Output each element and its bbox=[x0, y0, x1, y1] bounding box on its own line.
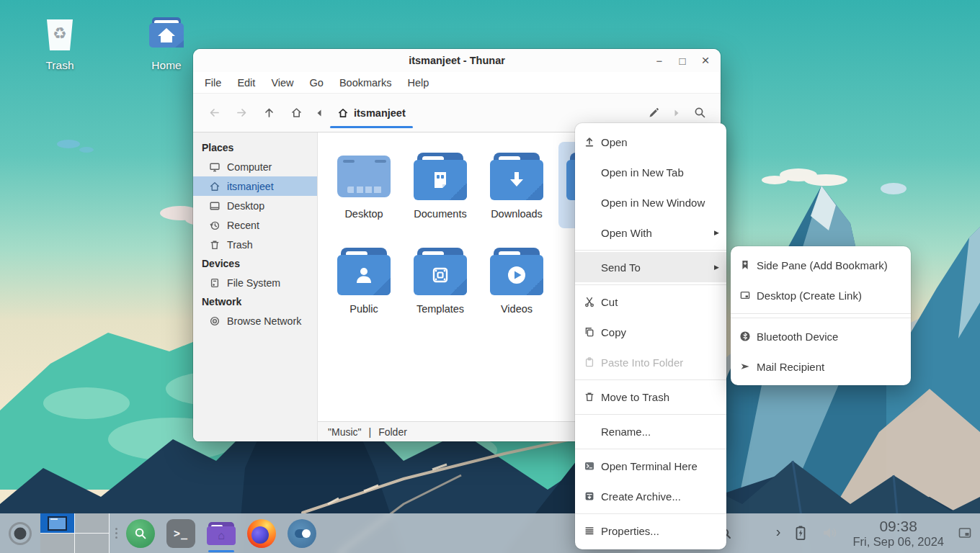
launcher-terminal[interactable]: >_ bbox=[165, 518, 197, 549]
sidebar-item-label: Desktop bbox=[227, 200, 264, 212]
context-item-create-archive[interactable]: Create Archive... bbox=[575, 481, 726, 511]
cut-icon bbox=[584, 296, 595, 307]
context-item-copy[interactable]: Copy bbox=[575, 317, 726, 347]
firefox-icon bbox=[247, 519, 276, 548]
bluetooth-icon bbox=[739, 331, 751, 342]
file-documents[interactable]: Documents bbox=[406, 142, 475, 228]
workspace-switcher[interactable] bbox=[40, 513, 110, 553]
desktop-icon-trash[interactable]: ♻ Trash bbox=[20, 16, 99, 72]
pathbar-current[interactable]: itsmanjeet bbox=[329, 94, 414, 132]
home-button-icon[interactable] bbox=[282, 94, 310, 132]
launcher-file-manager[interactable]: ⌂ bbox=[205, 518, 237, 549]
applications-menu-button[interactable] bbox=[9, 522, 32, 545]
file-desktop[interactable]: Desktop bbox=[329, 142, 398, 228]
panel-handle[interactable] bbox=[115, 528, 117, 539]
workspace-window-preview bbox=[48, 516, 67, 531]
clock[interactable]: 09:38 Fri, Sep 06, 2024 bbox=[852, 518, 944, 549]
volume-muted-icon[interactable] bbox=[821, 525, 838, 541]
launcher-app-finder[interactable] bbox=[125, 518, 156, 549]
back-icon[interactable] bbox=[200, 94, 228, 132]
desktop-icon-label: Trash bbox=[45, 59, 74, 72]
public-folder-icon bbox=[335, 243, 393, 300]
context-item-open-new-tab[interactable]: Open in New Tab bbox=[575, 157, 726, 187]
file-videos[interactable]: Videos bbox=[482, 237, 551, 323]
computer-icon bbox=[209, 161, 220, 173]
menu-edit[interactable]: Edit bbox=[237, 77, 255, 89]
sidebar-item-desktop[interactable]: Desktop bbox=[193, 196, 317, 215]
file-label: Desktop bbox=[344, 208, 383, 220]
minimize-button[interactable]: − bbox=[650, 51, 669, 70]
window-title: itsmanjeet - Thunar bbox=[409, 55, 505, 66]
up-icon[interactable] bbox=[255, 94, 282, 132]
file-templates[interactable]: Templates bbox=[406, 237, 475, 323]
trash-icon bbox=[584, 391, 595, 403]
menu-file[interactable]: File bbox=[205, 77, 221, 89]
sidebar-item-label: File System bbox=[227, 277, 280, 289]
context-item-send-to[interactable]: Send To ▶ bbox=[575, 252, 726, 282]
launcher-settings[interactable] bbox=[286, 518, 318, 549]
pathbar-scroll-left-icon[interactable] bbox=[310, 94, 329, 132]
menu-view[interactable]: View bbox=[271, 77, 293, 89]
context-item-properties[interactable]: Properties... bbox=[575, 516, 726, 546]
sidebar-item-itsmanjeet[interactable]: itsmanjeet bbox=[193, 176, 317, 196]
context-item-rename[interactable]: Rename... bbox=[575, 416, 726, 446]
context-item-cut[interactable]: Cut bbox=[575, 287, 726, 317]
submenu-arrow-icon: ▶ bbox=[714, 264, 719, 271]
app-finder-icon bbox=[126, 519, 155, 548]
videos-folder-icon bbox=[488, 243, 545, 300]
sidebar-item-file-system[interactable]: File System bbox=[193, 273, 317, 292]
file-downloads[interactable]: Downloads bbox=[482, 142, 551, 228]
copy-icon bbox=[584, 326, 595, 338]
trash-icon: ♻ bbox=[42, 16, 78, 53]
show-desktop-icon[interactable] bbox=[958, 527, 971, 539]
clock-time: 09:38 bbox=[852, 518, 944, 535]
context-item-open-with[interactable]: Open With ▶ bbox=[575, 217, 726, 248]
trash-icon bbox=[209, 239, 220, 251]
context-item-paste-into-folder[interactable]: Paste Into Folder bbox=[575, 347, 726, 377]
bookmark-icon bbox=[739, 259, 751, 271]
terminal-icon bbox=[584, 460, 595, 472]
workspace-2[interactable] bbox=[75, 513, 109, 533]
sidebar-item-browse-network[interactable]: Browse Network bbox=[193, 311, 317, 331]
submenu-item-side-pane[interactable]: Side Pane (Add Bookmark) bbox=[731, 250, 911, 280]
archive-icon bbox=[584, 490, 595, 502]
menu-bookmarks[interactable]: Bookmarks bbox=[339, 77, 392, 89]
context-item-open[interactable]: Open bbox=[575, 127, 726, 157]
sidebar-header-network: Network bbox=[193, 292, 317, 311]
file-label: Templates bbox=[416, 303, 464, 315]
context-item-open-terminal-here[interactable]: Open Terminal Here bbox=[575, 451, 726, 481]
submenu-item-mail-recipient[interactable]: Mail Recipient bbox=[731, 351, 911, 382]
sidebar-item-label: Trash bbox=[227, 239, 253, 251]
menu-help[interactable]: Help bbox=[407, 77, 429, 89]
workspace-3[interactable] bbox=[40, 534, 74, 553]
context-item-move-to-trash[interactable]: Move to Trash bbox=[575, 382, 726, 412]
sidebar-item-trash[interactable]: Trash bbox=[193, 235, 317, 254]
context-menu: Open Open in New Tab Open in New Window … bbox=[575, 123, 726, 549]
statusbar-selected-name: "Music" bbox=[328, 426, 362, 438]
menubar: File Edit View Go Bookmarks Help bbox=[193, 72, 721, 94]
workspace-1[interactable] bbox=[40, 513, 74, 533]
workspace-4[interactable] bbox=[75, 534, 109, 553]
forward-icon[interactable] bbox=[228, 94, 255, 132]
desktop-folder-icon bbox=[335, 148, 393, 205]
menu-go[interactable]: Go bbox=[310, 77, 324, 89]
terminal-app-icon: >_ bbox=[166, 519, 195, 548]
submenu-arrow-icon: ▶ bbox=[714, 229, 719, 236]
titlebar[interactable]: itsmanjeet - Thunar − □ × bbox=[193, 49, 721, 72]
tray-expander-icon[interactable]: › bbox=[776, 524, 781, 539]
file-label: Documents bbox=[414, 208, 466, 220]
maximize-button[interactable]: □ bbox=[673, 51, 692, 70]
sidebar-item-recent[interactable]: Recent bbox=[193, 215, 317, 235]
sidebar-item-computer[interactable]: Computer bbox=[193, 157, 317, 176]
close-button[interactable]: × bbox=[696, 51, 715, 70]
file-public[interactable]: Public bbox=[329, 237, 398, 323]
path-home-icon bbox=[337, 107, 349, 119]
submenu-item-bluetooth-device[interactable]: Bluetooth Device bbox=[731, 321, 911, 351]
file-label: Videos bbox=[501, 303, 533, 315]
submenu-item-desktop-create-link[interactable]: Desktop (Create Link) bbox=[731, 280, 911, 310]
taskbar: >_ ⌂ › 09:38 Fri, Sep 06, 2024 bbox=[0, 513, 980, 553]
file-label: Public bbox=[349, 303, 378, 315]
battery-icon[interactable] bbox=[795, 525, 806, 541]
launcher-firefox[interactable] bbox=[246, 518, 277, 549]
context-item-open-new-window[interactable]: Open in New Window bbox=[575, 187, 726, 217]
